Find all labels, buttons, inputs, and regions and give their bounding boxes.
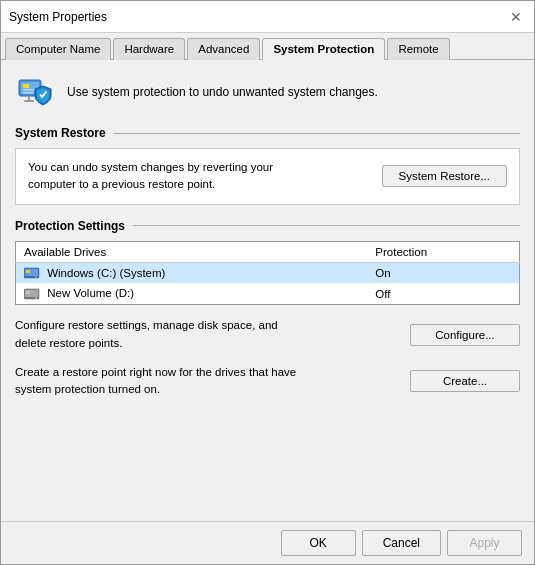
system-properties-window: System Properties ✕ Computer Name Hardwa… — [0, 0, 535, 565]
svg-rect-14 — [26, 291, 30, 294]
table-row[interactable]: Windows (C:) (System) On — [16, 262, 520, 283]
apply-button[interactable]: Apply — [447, 530, 522, 556]
tabs-container: Computer Name Hardware Advanced System P… — [1, 33, 534, 60]
svg-rect-9 — [26, 270, 30, 273]
col-protection: Protection — [367, 241, 519, 262]
system-restore-button[interactable]: System Restore... — [382, 165, 507, 187]
close-button[interactable]: ✕ — [506, 7, 526, 27]
svg-rect-5 — [28, 96, 30, 100]
tab-hardware[interactable]: Hardware — [113, 38, 185, 60]
configure-button[interactable]: Configure... — [410, 324, 520, 346]
drive-name-1: Windows (C:) (System) — [16, 262, 368, 283]
tab-remote[interactable]: Remote — [387, 38, 449, 60]
system-restore-title: System Restore — [15, 126, 106, 140]
system-restore-header: System Restore — [15, 126, 520, 140]
create-row: Create a restore point right now for the… — [15, 364, 520, 399]
create-description: Create a restore point right now for the… — [15, 364, 305, 399]
create-button[interactable]: Create... — [410, 370, 520, 392]
drive-name-2: New Volume (D:) — [16, 283, 368, 304]
tab-system-protection[interactable]: System Protection — [262, 38, 385, 60]
tab-computer-name[interactable]: Computer Name — [5, 38, 111, 60]
info-description: Use system protection to undo unwanted s… — [67, 85, 378, 99]
configure-description: Configure restore settings, manage disk … — [15, 317, 305, 352]
drive-protection-1: On — [367, 262, 519, 283]
footer: OK Cancel Apply — [1, 521, 534, 564]
configure-row: Configure restore settings, manage disk … — [15, 317, 520, 352]
col-drives: Available Drives — [16, 241, 368, 262]
system-restore-description: You can undo system changes by reverting… — [28, 159, 288, 194]
title-bar: System Properties ✕ — [1, 1, 534, 33]
window-title: System Properties — [9, 10, 107, 24]
cancel-button[interactable]: Cancel — [362, 530, 441, 556]
tab-advanced[interactable]: Advanced — [187, 38, 260, 60]
drive-protection-2: Off — [367, 283, 519, 304]
protection-divider — [133, 225, 520, 226]
svg-rect-4 — [23, 92, 33, 94]
svg-rect-6 — [24, 100, 34, 102]
main-content: Use system protection to undo unwanted s… — [1, 60, 534, 521]
info-row: Use system protection to undo unwanted s… — [15, 72, 520, 112]
system-restore-section: You can undo system changes by reverting… — [15, 148, 520, 205]
svg-point-16 — [35, 298, 37, 300]
drives-table: Available Drives Protection — [15, 241, 520, 306]
protection-settings-header: Protection Settings — [15, 219, 520, 233]
protection-settings: Protection Settings Available Drives Pro… — [15, 219, 520, 306]
ok-button[interactable]: OK — [281, 530, 356, 556]
shield-icon — [15, 72, 55, 112]
svg-rect-2 — [23, 84, 29, 88]
protection-settings-title: Protection Settings — [15, 219, 125, 233]
table-row[interactable]: New Volume (D:) Off — [16, 283, 520, 304]
section-divider — [114, 133, 520, 134]
svg-point-11 — [35, 277, 37, 279]
